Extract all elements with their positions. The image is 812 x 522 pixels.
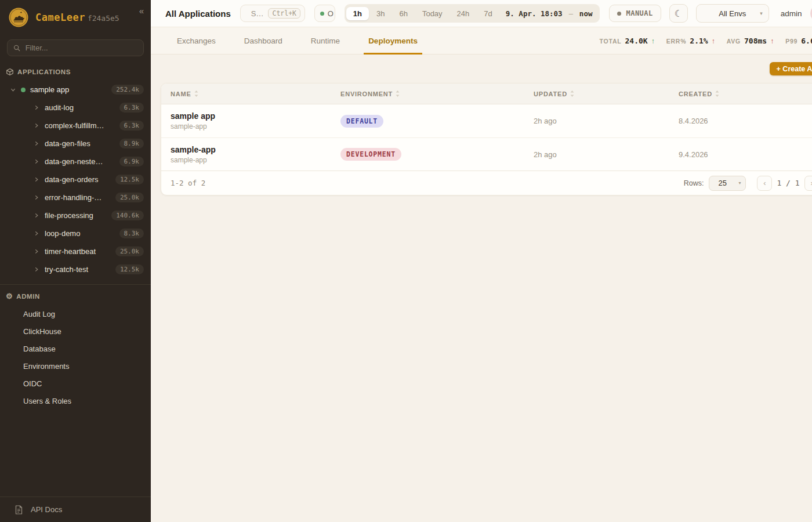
tabs-bar: Exchanges Dashboard Runtime Deployments … <box>151 27 812 55</box>
app-name: sample app <box>171 111 331 121</box>
count-badge: 12.5k <box>115 264 144 274</box>
admin-section-header: ⚙ ADMIN <box>0 289 151 305</box>
trend-up-icon: ↑ <box>651 37 655 45</box>
time-range-1h[interactable]: 1h <box>346 7 369 20</box>
tab-runtime[interactable]: Runtime <box>306 27 345 55</box>
user-avatar[interactable]: AD <box>810 5 812 22</box>
stat-label: AVG <box>727 38 741 45</box>
column-header-name[interactable]: NAME <box>161 90 331 97</box>
sidebar-item-oidc[interactable]: OIDC <box>0 375 151 392</box>
stat-avg: AVG 708ms ↑ <box>727 37 774 45</box>
sidebar-item-audit-log[interactable]: Audit Log <box>0 305 151 322</box>
tab-label: Runtime <box>311 37 340 45</box>
count-badge: 8.3k <box>119 229 144 238</box>
api-docs-link[interactable]: API Docs <box>0 496 151 522</box>
environment-cell: DEFAULT <box>331 115 524 128</box>
sidebar-filter[interactable] <box>7 39 144 56</box>
user-name: admin <box>781 9 802 18</box>
count-badge: 140.6k <box>111 211 144 220</box>
count-badge: 6.3k <box>119 103 144 113</box>
tree-item[interactable]: data-gen-files 8.9k <box>0 135 151 153</box>
rows-per-page-select[interactable]: 25 ▾ <box>709 176 746 191</box>
sort-icon <box>715 90 719 97</box>
sidebar-collapse-icon[interactable]: « <box>139 6 144 16</box>
environment-select[interactable]: All Envs ▾ <box>696 4 769 23</box>
keyboard-shortcut-badge: Ctrl+K <box>268 8 300 19</box>
trend-up-icon: ↑ <box>770 37 774 45</box>
column-header-updated[interactable]: UPDATED <box>524 90 669 97</box>
sidebar-item-database[interactable]: Database <box>0 340 151 357</box>
tree-item[interactable]: data-gen-neste… 6.9k <box>0 153 151 171</box>
stat-label: TOTAL <box>599 38 621 45</box>
time-range-7d[interactable]: 7d <box>477 7 499 20</box>
next-page-button[interactable]: › <box>804 176 812 191</box>
time-range-6h[interactable]: 6h <box>392 7 414 20</box>
prev-page-button[interactable]: ‹ <box>757 176 772 191</box>
filter-input[interactable] <box>26 44 137 52</box>
toolbar-row: + Create App <box>161 62 812 75</box>
main-area: All Applications S… Ctrl+K O 1h 3h 6h To… <box>151 0 812 522</box>
active-tab-underline <box>364 53 422 55</box>
table-row[interactable]: sample app sample-app DEFAULT 2h ago 8.4… <box>161 104 812 137</box>
chevron-right-icon <box>34 195 39 200</box>
sidebar-item-clickhouse[interactable]: ClickHouse <box>0 322 151 340</box>
tab-deployments[interactable]: Deployments <box>364 27 422 55</box>
sort-icon <box>194 90 198 97</box>
sort-icon <box>570 90 574 97</box>
tree-root-sample-app[interactable]: sample app 252.4k <box>0 81 151 99</box>
app-name: sample-app <box>171 145 331 154</box>
tree-item[interactable]: timer-heartbeat 25.0k <box>0 242 151 260</box>
tree-item-label: error-handling-… <box>45 193 102 202</box>
count-badge: 25.0k <box>115 193 144 202</box>
stat-value: 708ms <box>744 37 767 45</box>
tab-label: Deployments <box>368 37 418 45</box>
api-docs-label: API Docs <box>31 505 62 514</box>
time-range-3h[interactable]: 3h <box>369 7 392 20</box>
sidebar-item-users-roles[interactable]: Users & Roles <box>0 392 151 409</box>
applications-section-header: APPLICATIONS <box>0 66 151 81</box>
stat-label: P99 <box>785 38 798 45</box>
sort-icon <box>396 90 400 97</box>
time-range-start[interactable]: 9. Apr. 18:03 <box>500 9 568 18</box>
time-range-end[interactable]: now <box>574 9 599 18</box>
tree-item[interactable]: try-catch-test 12.5k <box>0 260 151 278</box>
app-name-cell: sample-app sample-app <box>161 145 331 164</box>
tree-item[interactable]: file-processing 140.6k <box>0 206 151 224</box>
tree-item[interactable]: complex-fulfillm… 6.3k <box>0 117 151 135</box>
admin-item-label: Database <box>23 345 56 353</box>
camel-logo-icon <box>8 7 29 28</box>
manual-label: MANUAL <box>626 9 652 17</box>
time-range-24h[interactable]: 24h <box>450 7 477 20</box>
global-search-button[interactable]: S… Ctrl+K <box>240 5 305 22</box>
tree-item-label: try-catch-test <box>45 265 88 274</box>
column-header-environment[interactable]: ENVIRONMENT <box>331 90 524 97</box>
tab-exchanges[interactable]: Exchanges <box>172 27 220 55</box>
stat-err: ERR% 2.1% ↑ <box>666 37 715 45</box>
app-slug: sample-app <box>171 156 331 164</box>
tree-item-label: loop-demo <box>45 229 80 238</box>
chevron-right-icon <box>34 159 39 164</box>
create-app-button[interactable]: + Create App <box>770 62 812 75</box>
count-badge: 6.3k <box>119 121 144 130</box>
tree-item[interactable]: loop-demo 8.3k <box>0 224 151 242</box>
count-badge: 8.9k <box>119 139 144 148</box>
tree-item[interactable]: data-gen-orders 12.5k <box>0 171 151 188</box>
tree-item-label: data-gen-orders <box>45 175 99 184</box>
tree-item[interactable]: audit-log 6.3k <box>0 99 151 117</box>
online-status-button[interactable]: O <box>314 5 335 22</box>
sidebar-item-environments[interactable]: Environments <box>0 357 151 375</box>
column-header-label: CREATED <box>679 90 712 97</box>
table-row[interactable]: sample-app sample-app DEVELOPMENT 2h ago… <box>161 137 812 171</box>
pagination-controls: Rows: 25 ▾ ‹ 1 / 1 › <box>684 176 812 191</box>
tree-item[interactable]: error-handling-… 25.0k <box>0 188 151 206</box>
manual-refresh-button[interactable]: MANUAL <box>609 5 661 22</box>
time-range-today[interactable]: Today <box>415 7 449 20</box>
stat-p99: P99 6.6s ↑ <box>785 37 812 45</box>
column-header-label: NAME <box>171 90 191 97</box>
app-status-dot <box>21 88 26 92</box>
app-version: f24a5e5 <box>88 14 119 23</box>
dark-mode-toggle[interactable]: ☾ <box>669 4 688 23</box>
column-header-created[interactable]: CREATED <box>669 90 812 97</box>
tab-dashboard[interactable]: Dashboard <box>240 27 287 55</box>
sidebar-nav: APPLICATIONS sample app 252.4k audit-log… <box>0 66 151 496</box>
